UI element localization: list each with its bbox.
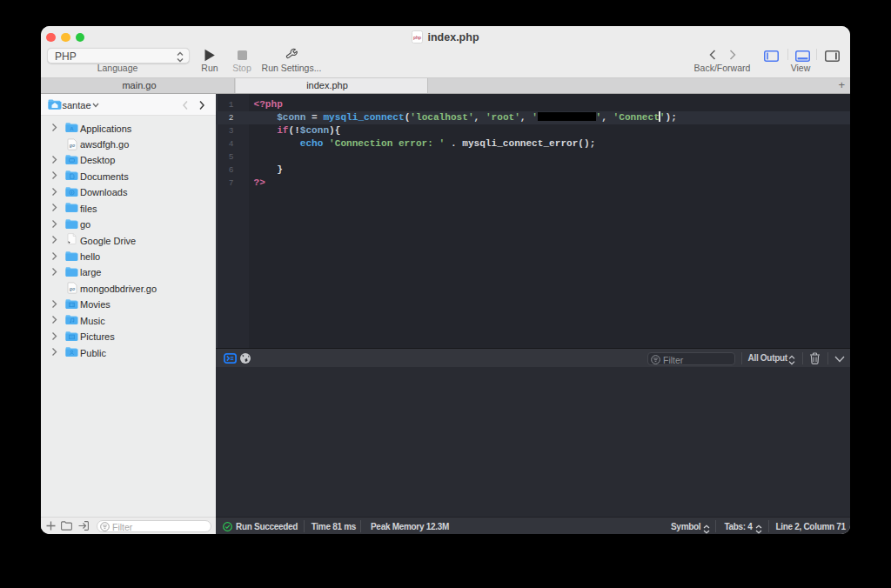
- svg-text:php: php: [413, 35, 421, 40]
- svg-text:A: A: [70, 126, 74, 131]
- svg-text:go: go: [69, 142, 75, 147]
- svg-text:go: go: [69, 286, 75, 291]
